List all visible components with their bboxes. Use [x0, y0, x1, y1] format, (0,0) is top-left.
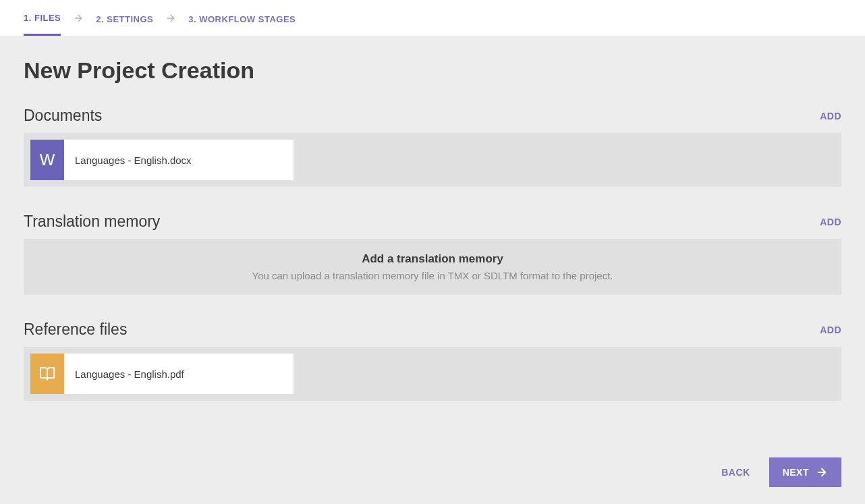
reference-files-container: Languages - English.pdf [24, 347, 841, 401]
arrow-right-icon [73, 13, 84, 24]
add-translation-memory-button[interactable]: ADD [820, 217, 841, 227]
arrow-right-icon [816, 466, 828, 478]
documents-title: Documents [24, 107, 102, 125]
next-button[interactable]: NEXT [769, 457, 841, 487]
documents-container: W Languages - English.docx [24, 133, 841, 187]
back-button[interactable]: BACK [721, 467, 750, 478]
translation-memory-empty[interactable]: Add a translation memory You can upload … [24, 239, 841, 295]
add-document-button[interactable]: ADD [820, 111, 841, 121]
add-reference-file-button[interactable]: ADD [820, 325, 841, 335]
translation-memory-empty-title: Add a translation memory [37, 252, 828, 266]
document-file-card[interactable]: W Languages - English.docx [30, 140, 294, 180]
nav-step-workflow-stages[interactable]: 3. WORKFLOW STAGES [188, 2, 296, 35]
nav-step-files[interactable]: 1. FILES [24, 1, 61, 36]
translation-memory-empty-desc: You can upload a translation memory file… [37, 270, 828, 281]
pdf-file-icon [30, 354, 64, 394]
reference-file-name: Languages - English.pdf [64, 368, 184, 380]
nav-step-settings[interactable]: 2. SETTINGS [96, 2, 153, 35]
page-title: New Project Creation [24, 57, 841, 84]
translation-memory-section: Translation memory ADD Add a translation… [24, 213, 841, 295]
documents-section: Documents ADD W Languages - English.docx [24, 107, 841, 187]
word-file-icon: W [30, 140, 64, 180]
translation-memory-title: Translation memory [24, 213, 160, 231]
reference-file-card[interactable]: Languages - English.pdf [30, 354, 294, 394]
breadcrumb: 1. FILES 2. SETTINGS 3. WORKFLOW STAGES [0, 0, 865, 37]
footer-actions: BACK NEXT [721, 457, 841, 487]
reference-files-section: Reference files ADD Languages - English.… [24, 320, 841, 401]
document-file-name: Languages - English.docx [64, 155, 192, 166]
arrow-right-icon [165, 13, 176, 24]
next-button-label: NEXT [783, 467, 809, 478]
reference-files-title: Reference files [24, 320, 127, 339]
